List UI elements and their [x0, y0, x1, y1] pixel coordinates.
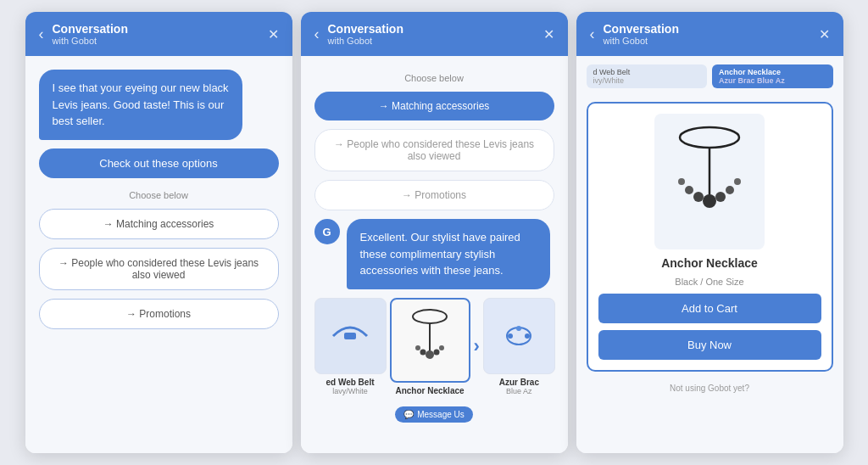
carousel-container: ed Web Belt lavy/White Anchor Ne: [314, 298, 554, 395]
message-us-row: 💬 Message Us: [314, 406, 554, 423]
panel1-header-left: ‹ Conversation with Gobot: [39, 22, 128, 46]
product-image: [654, 114, 765, 249]
svg-point-14: [703, 194, 716, 208]
choose-label: Choose below: [39, 190, 279, 200]
panel2-header-left: ‹ Conversation with Gobot: [314, 22, 403, 46]
svg-point-5: [434, 350, 440, 356]
panel3-title: Conversation: [604, 22, 679, 36]
product-item-2[interactable]: Anchor Necklace: [390, 298, 470, 395]
option-promotions[interactable]: → Promotions: [39, 299, 279, 329]
svg-point-19: [678, 178, 685, 185]
svg-rect-0: [344, 333, 356, 339]
panel3-header-title: Conversation with Gobot: [604, 22, 679, 46]
panel3-header-left: ‹ Conversation with Gobot: [590, 22, 679, 46]
panel1-body: I see that your eyeing our new black Lev…: [25, 56, 292, 453]
panel3-header: ‹ Conversation with Gobot ✕: [576, 12, 843, 56]
product-thumb-3[interactable]: [483, 298, 555, 374]
bot-message-2: Excellent. Our stylist have paired these…: [347, 219, 551, 289]
option-people-viewed-2[interactable]: → People who considered these Levis jean…: [314, 129, 554, 171]
panel2-title: Conversation: [328, 22, 403, 36]
buy-now-button[interactable]: Buy Now: [598, 330, 821, 360]
product-sub-1: lavy/White: [332, 387, 368, 395]
option-people-viewed[interactable]: → People who considered these Levis jean…: [39, 248, 279, 290]
svg-point-18: [726, 186, 734, 194]
panel3-subtitle: with Gobot: [604, 36, 679, 46]
svg-point-15: [693, 192, 704, 202]
necklace-icon-2: [404, 304, 455, 376]
svg-point-20: [734, 178, 741, 185]
top-product-anchor-chip[interactable]: Anchor Necklace Azur Brac Blue Az: [712, 64, 833, 88]
option-matching-accessories[interactable]: → Matching accessories: [39, 209, 279, 239]
svg-point-16: [715, 192, 726, 202]
option-promotions-2[interactable]: → Promotions: [314, 180, 554, 210]
panel2-subtitle: with Gobot: [328, 36, 403, 46]
svg-point-3: [426, 350, 434, 359]
bot-message-bubble: I see that your eyeing our new black Lev…: [39, 70, 243, 140]
bracelet-icon: [502, 315, 536, 357]
svg-point-4: [420, 350, 426, 356]
panel1-subtitle: with Gobot: [53, 36, 128, 46]
belt-icon: [329, 311, 371, 361]
choose-label-2: Choose below: [314, 73, 554, 83]
close-icon[interactable]: ✕: [268, 26, 279, 42]
product-name-3: Azur Brac: [499, 378, 539, 387]
close-icon-2[interactable]: ✕: [543, 26, 554, 42]
message-us-button[interactable]: 💬 Message Us: [395, 406, 473, 423]
panel2-header: ‹ Conversation with Gobot ✕: [301, 12, 568, 56]
product-sub-3: Blue Az: [506, 387, 532, 395]
panel1-header: ‹ Conversation with Gobot ✕: [25, 12, 292, 56]
product-sub: Black / One Size: [675, 277, 743, 287]
svg-point-1: [413, 310, 447, 323]
product-card: Anchor Necklace Black / One Size Add to …: [587, 102, 833, 372]
necklace-large-icon: [667, 120, 752, 244]
product-thumb-2[interactable]: [390, 298, 470, 383]
product-name-1: ed Web Belt: [326, 378, 374, 387]
selected-matching-accessories[interactable]: → Matching accessories: [314, 92, 554, 120]
carousel-next-arrow[interactable]: ›: [474, 335, 480, 357]
panel2-body: Choose below → Matching accessories → Pe…: [301, 56, 568, 453]
product-item-1[interactable]: ed Web Belt lavy/White: [314, 298, 387, 395]
svg-point-10: [516, 326, 521, 331]
not-using-label: Not using Gobot yet?: [587, 384, 833, 393]
panel-1: ‹ Conversation with Gobot ✕ I see that y…: [25, 12, 292, 453]
panel1-title: Conversation: [53, 22, 128, 36]
svg-point-12: [680, 127, 739, 148]
product-name-2: Anchor Necklace: [395, 386, 464, 395]
svg-point-6: [415, 345, 420, 350]
bot-avatar: G: [314, 219, 340, 244]
product-thumb-1[interactable]: [314, 298, 387, 374]
back-arrow-icon-3[interactable]: ‹: [590, 25, 595, 43]
bot-message-row: G Excellent. Our stylist have paired the…: [314, 219, 554, 289]
close-icon-3[interactable]: ✕: [819, 26, 830, 42]
top-products-row: d Web Belt ivy/White Anchor Necklace Azu…: [587, 64, 833, 88]
svg-point-17: [685, 186, 693, 194]
back-arrow-icon[interactable]: ‹: [39, 25, 44, 43]
panel-3: ‹ Conversation with Gobot ✕ d Web Belt i…: [576, 12, 843, 453]
svg-point-9: [508, 333, 513, 339]
panel1-header-title: Conversation with Gobot: [53, 22, 128, 46]
svg-point-7: [439, 345, 444, 350]
panel2-header-title: Conversation with Gobot: [328, 22, 403, 46]
product-title: Anchor Necklace: [661, 256, 758, 270]
top-product-chip-1[interactable]: d Web Belt ivy/White: [587, 64, 708, 88]
product-item-3[interactable]: Azur Brac Blue Az: [483, 298, 555, 395]
back-arrow-icon-2[interactable]: ‹: [314, 25, 320, 43]
svg-point-11: [525, 333, 530, 339]
check-options-button[interactable]: Check out these options: [39, 148, 279, 178]
panel-2: ‹ Conversation with Gobot ✕ Choose below…: [301, 12, 568, 453]
panel3-body: d Web Belt ivy/White Anchor Necklace Azu…: [576, 56, 843, 453]
add-to-cart-button[interactable]: Add to Cart: [598, 294, 821, 323]
